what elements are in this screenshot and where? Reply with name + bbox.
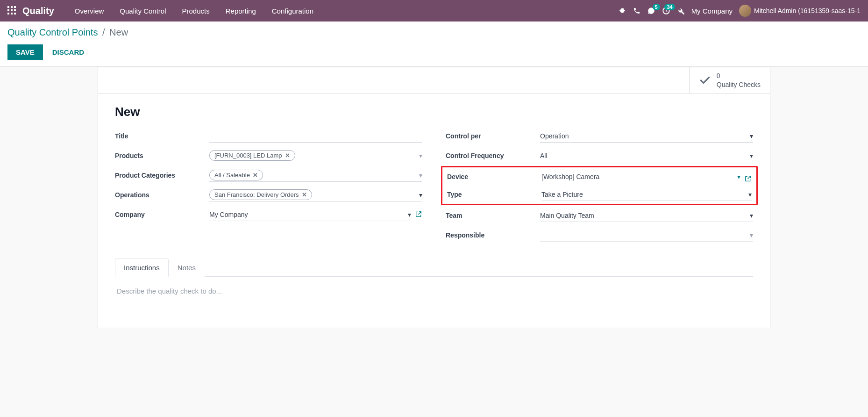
phone-icon[interactable] <box>633 7 640 14</box>
nav-right: 5 34 My Company Mitchell Admin (16151359… <box>618 5 861 17</box>
category-tag[interactable]: All / Saleable ✕ <box>209 170 263 180</box>
field-control-per[interactable]: ▾ <box>540 129 753 143</box>
field-title[interactable] <box>209 129 422 143</box>
caret-down-icon[interactable]: ▾ <box>416 172 422 179</box>
svg-rect-4 <box>11 9 13 11</box>
discard-button[interactable]: DISCARD <box>46 44 91 60</box>
svg-rect-7 <box>11 13 13 14</box>
form-sheet: 0 Quality Checks New Title Produc <box>98 67 770 328</box>
caret-down-icon[interactable]: ▾ <box>747 212 753 219</box>
messages-badge: 5 <box>653 4 660 10</box>
menu-configuration[interactable]: Configuration <box>265 3 320 19</box>
right-column: Control per ▾ Control Frequency ▾ <box>446 129 753 242</box>
label-categories: Product Categories <box>115 172 204 179</box>
quality-checks-stat[interactable]: 0 Quality Checks <box>689 67 770 93</box>
team-input[interactable] <box>540 212 747 219</box>
user-menu[interactable]: Mitchell Admin (16151359-saas-15-1 <box>739 5 861 17</box>
field-responsible[interactable]: ▾ <box>540 229 753 242</box>
user-name: Mitchell Admin (16151359-saas-15-1 <box>754 7 861 14</box>
control-per-input[interactable] <box>540 132 747 140</box>
product-tag[interactable]: [FURN_0003] LED Lamp ✕ <box>209 150 295 161</box>
remove-operation-icon[interactable]: ✕ <box>302 191 307 198</box>
device-input[interactable] <box>541 173 734 180</box>
external-link-icon[interactable] <box>415 210 422 219</box>
label-type: Type <box>447 191 536 198</box>
field-type[interactable]: ▾ <box>541 188 752 201</box>
stat-label: Quality Checks <box>717 80 761 89</box>
tools-icon[interactable] <box>677 7 685 15</box>
menu-products[interactable]: Products <box>176 3 216 19</box>
caret-down-icon[interactable]: ▾ <box>405 211 411 218</box>
label-device: Device <box>447 173 536 180</box>
label-team: Team <box>446 212 534 219</box>
remove-product-icon[interactable]: ✕ <box>285 152 290 159</box>
svg-rect-2 <box>14 6 16 8</box>
label-operations: Operations <box>115 191 204 199</box>
caret-down-icon[interactable]: ▾ <box>747 152 753 159</box>
label-products: Products <box>115 152 204 159</box>
breadcrumb-root[interactable]: Quality Control Points <box>7 27 98 37</box>
external-link-icon[interactable] <box>744 175 752 184</box>
label-title: Title <box>115 132 204 140</box>
menu-quality-control[interactable]: Quality Control <box>113 3 172 19</box>
caret-down-icon[interactable]: ▾ <box>416 191 422 199</box>
label-control-freq: Control Frequency <box>446 152 534 159</box>
caret-down-icon[interactable]: ▾ <box>416 152 422 159</box>
field-categories[interactable]: All / Saleable ✕ ▾ <box>209 169 422 182</box>
breadcrumb-sep: / <box>102 27 105 37</box>
control-panel: Quality Control Points / New SAVE DISCAR… <box>0 22 868 67</box>
main-navbar: Quality Overview Quality Control Product… <box>0 0 868 22</box>
svg-rect-5 <box>14 9 16 11</box>
field-device[interactable]: ▾ <box>541 170 740 183</box>
company-switcher[interactable]: My Company <box>691 7 733 15</box>
instructions-placeholder: Describe the quality check to do... <box>117 287 222 295</box>
caret-down-icon[interactable]: ▾ <box>734 173 740 180</box>
tab-notes[interactable]: Notes <box>169 259 205 277</box>
apps-icon[interactable] <box>7 6 16 16</box>
label-responsible: Responsible <box>446 231 534 239</box>
svg-rect-0 <box>7 6 9 8</box>
notebook: Instructions Notes Describe the quality … <box>115 259 753 323</box>
label-control-per: Control per <box>446 132 534 140</box>
instructions-content[interactable]: Describe the quality check to do... <box>115 277 753 323</box>
breadcrumb-current: New <box>109 27 128 37</box>
title-input[interactable] <box>209 132 422 140</box>
field-products[interactable]: [FURN_0003] LED Lamp ✕ ▾ <box>209 149 422 162</box>
caret-down-icon[interactable]: ▾ <box>747 231 753 239</box>
tab-instructions[interactable]: Instructions <box>115 259 169 277</box>
svg-rect-3 <box>7 9 9 11</box>
company-input[interactable] <box>209 211 405 218</box>
field-operations[interactable]: San Francisco: Delivery Orders ✕ ▾ <box>209 188 422 201</box>
activities-badge: 34 <box>664 4 675 10</box>
highlight-box: Device ▾ Type <box>441 166 758 205</box>
remove-category-icon[interactable]: ✕ <box>253 172 258 179</box>
menu-reporting[interactable]: Reporting <box>219 3 263 19</box>
stat-count: 0 <box>717 72 761 80</box>
field-control-freq[interactable]: ▾ <box>540 149 753 162</box>
record-title: New <box>115 105 753 119</box>
bug-icon[interactable] <box>618 7 626 15</box>
left-column: Title Products [FURN_0003] LED Lamp ✕ <box>115 129 422 242</box>
menu-overview[interactable]: Overview <box>68 3 111 19</box>
app-title[interactable]: Quality <box>22 6 54 16</box>
label-company: Company <box>115 211 204 218</box>
operation-tag[interactable]: San Francisco: Delivery Orders ✕ <box>209 189 312 200</box>
button-box: 0 Quality Checks <box>98 67 770 93</box>
field-company[interactable]: ▾ <box>209 208 411 221</box>
breadcrumb: Quality Control Points / New <box>7 27 861 38</box>
activities-icon[interactable]: 34 <box>662 7 670 15</box>
svg-rect-8 <box>14 13 16 14</box>
nav-menu: Overview Quality Control Products Report… <box>68 3 618 19</box>
caret-down-icon[interactable]: ▾ <box>746 191 752 198</box>
save-button[interactable]: SAVE <box>7 44 43 60</box>
avatar <box>739 5 751 17</box>
field-team[interactable]: ▾ <box>540 209 753 222</box>
type-input[interactable] <box>541 191 746 198</box>
responsible-input[interactable] <box>540 231 747 239</box>
svg-rect-1 <box>11 6 13 8</box>
caret-down-icon[interactable]: ▾ <box>747 132 753 140</box>
messages-icon[interactable]: 5 <box>647 7 655 15</box>
svg-rect-6 <box>7 13 9 14</box>
control-freq-input[interactable] <box>540 152 747 159</box>
